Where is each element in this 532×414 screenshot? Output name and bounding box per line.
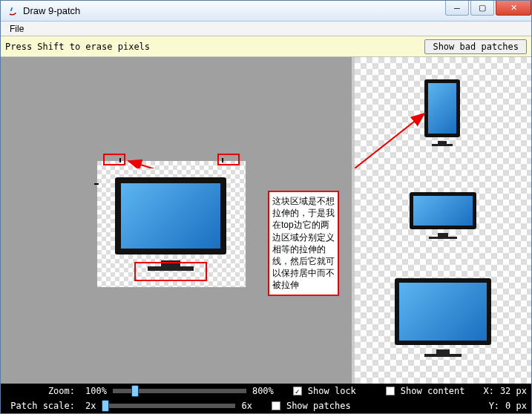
x-value: 32 px [500, 386, 527, 396]
show-lock-label: Show lock [308, 386, 356, 396]
monitor-graphic [115, 177, 226, 254]
close-button[interactable]: ✕ [496, 1, 531, 16]
zoom-max: 800% [252, 386, 274, 396]
zoom-slider[interactable] [113, 389, 246, 393]
scale-slider[interactable] [102, 404, 235, 408]
zoom-label: Zoom: [5, 386, 79, 396]
show-bad-patches-button[interactable]: Show bad patches [424, 39, 527, 54]
preview-base [432, 144, 453, 146]
zoom-min: 100% [85, 386, 107, 396]
annotation-highlight-stand [134, 262, 207, 281]
editor-pane[interactable]: 这块区域是不想拉伸的，于是我在top边它的两边区域分别定义相等的拉伸的线，然后它… [1, 57, 355, 384]
zoom-thumb[interactable] [131, 385, 139, 397]
preview-portrait [424, 79, 460, 137]
scale-min: 2x [85, 401, 96, 411]
java-icon [7, 5, 19, 17]
window-title: Draw 9-patch [23, 5, 445, 16]
preview-landscape [410, 192, 476, 229]
svg-line-3 [355, 114, 424, 168]
window-buttons: ─ ▢ ✕ [445, 1, 531, 21]
show-lock-checkbox[interactable] [293, 387, 302, 395]
show-content-checkbox[interactable] [386, 387, 395, 395]
preview-large [395, 278, 491, 345]
preview-pane[interactable] [355, 57, 531, 384]
toolbar: Press Shift to erase pixels Show bad pat… [1, 36, 531, 57]
menu-file[interactable]: File [5, 22, 28, 36]
show-content-label: Show content [401, 386, 465, 396]
preview-base [424, 354, 462, 357]
scale-max: 6x [241, 401, 252, 411]
maximize-button[interactable]: ▢ [470, 1, 494, 16]
y-label: Y: [489, 401, 499, 411]
annotation-arrows [1, 57, 223, 168]
minimize-button[interactable]: ─ [445, 1, 469, 16]
annotation-highlight-topright [217, 154, 240, 165]
annotation-note: 这块区域是不想拉伸的，于是我在top边它的两边区域分别定义相等的拉伸的线，然后它… [268, 191, 339, 296]
statusbar: Zoom: 100% 800% Show lock Show content X… [1, 384, 531, 413]
nine-patch-canvas[interactable] [97, 161, 246, 287]
y-value: 0 px [505, 401, 527, 411]
show-patches-label: Show patches [286, 401, 351, 411]
left-patch-marker[interactable] [94, 183, 99, 185]
show-patches-checkbox[interactable] [272, 401, 280, 410]
scale-label: Patch scale: [5, 401, 79, 411]
app-window: Draw 9-patch ─ ▢ ✕ File Press Shift to e… [0, 0, 532, 414]
toolbar-hint: Press Shift to erase pixels [5, 42, 424, 52]
preview-base [429, 237, 457, 239]
workarea: 这块区域是不想拉伸的，于是我在top边它的两边区域分别定义相等的拉伸的线，然后它… [1, 57, 531, 384]
annotation-highlight-topleft [103, 154, 125, 165]
menubar: File [1, 22, 531, 36]
x-label: X: [483, 386, 493, 396]
status-row-1: Zoom: 100% 800% Show lock Show content X… [1, 384, 531, 398]
titlebar: Draw 9-patch ─ ▢ ✕ [1, 1, 531, 22]
scale-thumb[interactable] [102, 400, 109, 412]
status-row-2: Patch scale: 2x 6x Show patches Y: 0 px [1, 398, 531, 413]
